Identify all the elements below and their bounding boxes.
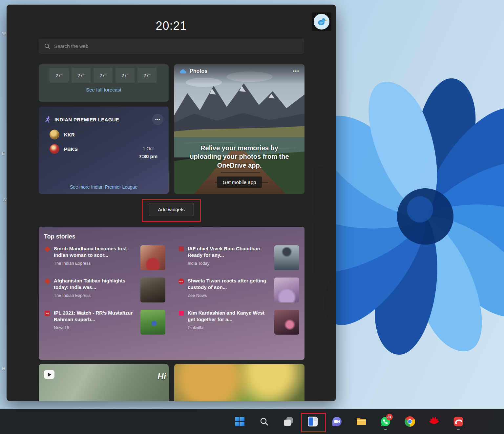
folder-icon	[356, 416, 367, 427]
bird-avatar-icon	[316, 16, 327, 27]
story-thumbnail	[274, 245, 299, 270]
match-schedule: 1 Oct 7:30 pm	[139, 146, 158, 159]
pinkvilla-logo	[178, 310, 184, 335]
team-name: PBKS	[64, 146, 78, 152]
windows-logo-icon	[235, 417, 245, 426]
temperature-tile[interactable]: 27°	[72, 68, 91, 83]
top-stories-card: Top stories Smriti Mandhana becomes firs…	[39, 227, 304, 360]
photos-header: Photos •••	[174, 64, 304, 78]
story-thumbnail	[140, 278, 165, 302]
running-app-indicator	[384, 429, 387, 430]
team-row: KKR	[50, 130, 169, 139]
see-more-ipl-link[interactable]: See more Indian Premier League	[39, 184, 169, 190]
story-source: News18	[54, 325, 137, 330]
desktop: W E W H 20:21	[0, 0, 504, 434]
stories-grid: Smriti Mandhana becomes first Indian wom…	[44, 245, 299, 335]
task-view-icon	[283, 416, 294, 427]
running-app-indicator	[457, 429, 460, 430]
file-explorer-button[interactable]	[355, 412, 368, 431]
india-today-logo	[178, 245, 184, 270]
story-headline: Kim Kardashian and Kanye West get togeth…	[188, 310, 271, 323]
photos-widget[interactable]: Photos ••• Relive your memories by uploa…	[174, 64, 304, 194]
desktop-icon-label[interactable]: H	[2, 366, 5, 371]
story-item[interactable]: 18 IPL 2021: Watch - RR's Mustafizur Rah…	[44, 310, 165, 335]
weather-widget[interactable]: 27° 27° 27° 27° 27° See full forecast	[39, 64, 169, 102]
media-app-icon	[453, 416, 464, 427]
video-story-card[interactable]: Hi	[39, 364, 169, 401]
story-item[interactable]: Smriti Mandhana becomes first Indian wom…	[44, 245, 165, 270]
avatar	[314, 14, 329, 30]
temperature-row: 27° 27° 27° 27° 27°	[39, 68, 169, 83]
video-overlay-text: Hi	[158, 371, 166, 382]
task-view-button[interactable]	[282, 412, 295, 431]
sports-runner-icon	[44, 116, 51, 123]
story-headline: Afghanistan Taliban highlights today: In…	[54, 278, 137, 291]
story-source: Zee News	[188, 293, 271, 298]
widgets-button[interactable]	[306, 412, 319, 431]
taskbar: 31	[0, 409, 504, 434]
story-item[interactable]: IAF chief Vivek Ram Chaudhari: Ready for…	[178, 245, 299, 270]
temperature-tile[interactable]: 27°	[50, 68, 69, 83]
story-thumbnail	[274, 278, 299, 302]
ipl-widget[interactable]: INDIAN PREMIER LEAGUE ••• KKR PBKS 1 Oct…	[39, 107, 169, 194]
media-app-button[interactable]	[452, 412, 465, 431]
temperature-tile[interactable]: 27°	[137, 68, 157, 83]
pbks-team-logo	[50, 144, 59, 154]
desktop-icon-label[interactable]: W	[3, 197, 7, 202]
chrome-icon	[405, 416, 415, 427]
huawei-flower-icon	[429, 416, 439, 427]
story-item[interactable]: Afghanistan Taliban highlights today: In…	[44, 278, 165, 302]
temperature-tile[interactable]: 27°	[94, 68, 113, 83]
story-headline: Smriti Mandhana becomes first Indian wom…	[54, 245, 137, 259]
search-icon	[44, 43, 50, 49]
story-source: The Indian Express	[54, 261, 137, 266]
story-thumbnail	[274, 310, 299, 335]
huawei-app-button[interactable]	[428, 412, 441, 431]
story-thumbnail	[140, 310, 165, 335]
story-item[interactable]: zee Shweta Tiwari reacts after getting c…	[178, 278, 299, 302]
start-button[interactable]	[233, 412, 246, 431]
story-source: Pinkvilla	[188, 325, 271, 330]
photos-landscape-image	[174, 64, 304, 194]
chrome-button[interactable]	[403, 412, 416, 431]
whatsapp-button[interactable]: 31	[379, 412, 392, 431]
story-source: India Today	[188, 261, 271, 266]
indian-express-logo	[44, 245, 51, 270]
match-date: 1 Oct	[139, 146, 158, 151]
desktop-icon-label[interactable]: E	[2, 151, 5, 156]
kkr-team-logo	[50, 130, 59, 139]
widgets-panel: 20:21 27° 27°	[7, 5, 336, 401]
story-item[interactable]: Kim Kardashian and Kanye West get togeth…	[178, 310, 299, 335]
notification-badge: 31	[386, 414, 393, 420]
photos-promo-message: Relive your memories by uploading your p…	[185, 144, 294, 170]
more-options-icon[interactable]: •••	[152, 114, 163, 125]
indian-express-logo	[44, 278, 51, 302]
search-bar[interactable]	[39, 39, 304, 53]
widgets-icon	[307, 416, 318, 427]
clock: 20:21	[7, 19, 336, 33]
play-icon	[44, 370, 54, 379]
chat-camera-icon	[332, 416, 342, 427]
story-headline: IPL 2021: Watch - RR's Mustafizur Rahman…	[54, 310, 137, 323]
cricket-story-card[interactable]	[174, 364, 304, 401]
add-widgets-button[interactable]: Add widgets	[149, 203, 194, 216]
team-name: KKR	[64, 132, 75, 137]
desktop-icon-label[interactable]: W	[2, 31, 6, 36]
story-thumbnail	[140, 245, 165, 270]
zee-news-logo: zee	[178, 278, 184, 302]
see-full-forecast-link[interactable]: See full forecast	[39, 87, 169, 93]
more-options-icon[interactable]: •••	[293, 68, 299, 74]
get-mobile-app-button[interactable]: Get mobile app	[217, 176, 262, 188]
search-input[interactable]	[54, 43, 299, 49]
top-stories-title: Top stories	[44, 233, 299, 240]
chat-button[interactable]	[330, 412, 344, 431]
bottom-cards-row: Hi	[39, 364, 304, 401]
story-source: The Indian Express	[54, 293, 137, 298]
blurred-cricket-image	[174, 364, 304, 401]
cloud-icon	[179, 69, 187, 74]
search-button[interactable]	[258, 412, 271, 431]
account-button[interactable]	[312, 12, 331, 31]
temperature-tile[interactable]: 27°	[116, 68, 135, 83]
ipl-widget-title: INDIAN PREMIER LEAGUE	[54, 117, 119, 122]
photos-widget-title: Photos	[190, 68, 207, 74]
